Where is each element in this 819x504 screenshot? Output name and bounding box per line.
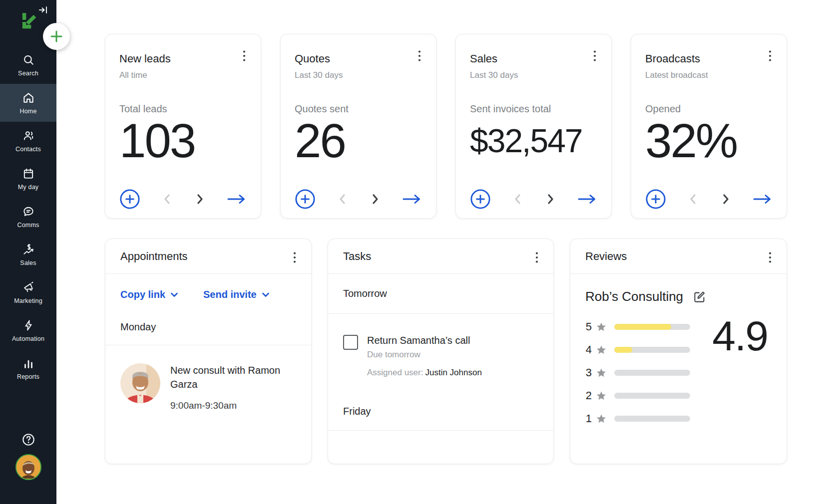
appointment-item[interactable]: New consult with Ramon Garza 9:00am-9:30… bbox=[105, 345, 311, 411]
appointments-day-label: Monday bbox=[105, 300, 311, 345]
megaphone-icon bbox=[22, 281, 35, 294]
kebab-menu-icon[interactable] bbox=[766, 251, 775, 264]
metric-label: Quotes sent bbox=[295, 103, 422, 115]
sidebar-item-my-day[interactable]: My day bbox=[0, 160, 56, 198]
kebab-menu-icon[interactable] bbox=[532, 251, 541, 264]
sidebar-item-label: Comms bbox=[17, 222, 39, 229]
card-subtitle: Last 30 days bbox=[470, 70, 597, 80]
contact-avatar bbox=[120, 363, 160, 403]
star-count-label: 3 bbox=[584, 366, 592, 379]
send-invite-dropdown[interactable]: Send invite bbox=[203, 289, 270, 300]
star-icon bbox=[596, 368, 606, 378]
quick-add-button[interactable] bbox=[43, 23, 70, 50]
appointment-time: 9:00am-9:30am bbox=[170, 400, 290, 411]
add-circle-button[interactable] bbox=[119, 189, 140, 210]
metric-value: $32,547 bbox=[470, 124, 597, 158]
star-icon bbox=[596, 391, 606, 401]
kebab-menu-icon[interactable] bbox=[240, 49, 249, 62]
plus-icon bbox=[49, 29, 63, 43]
add-circle-button[interactable] bbox=[645, 189, 666, 210]
help-icon[interactable] bbox=[21, 432, 36, 447]
user-avatar[interactable] bbox=[15, 454, 41, 480]
kebab-menu-icon[interactable] bbox=[766, 49, 775, 62]
prev-chevron-button[interactable] bbox=[513, 194, 523, 205]
calendar-icon bbox=[22, 167, 35, 180]
sidebar: Search Home Contacts bbox=[0, 0, 56, 504]
sidebar-item-marketing[interactable]: Marketing bbox=[0, 273, 56, 311]
sidebar-item-label: Marketing bbox=[14, 297, 42, 304]
go-to-report-arrow-button[interactable] bbox=[402, 193, 422, 205]
task-section-friday: Friday bbox=[328, 378, 553, 431]
sidebar-item-contacts[interactable]: Contacts bbox=[0, 122, 56, 160]
stat-card-new-leads: New leads All time Total leads 103 bbox=[105, 34, 261, 219]
add-circle-button[interactable] bbox=[295, 189, 316, 210]
star-count-label: 2 bbox=[584, 389, 592, 402]
sidebar-item-label: Reports bbox=[17, 373, 39, 380]
next-chevron-button[interactable] bbox=[721, 194, 731, 205]
appointments-card: Appointments Copy link Send invite bbox=[105, 239, 312, 464]
prev-chevron-button[interactable] bbox=[162, 194, 172, 205]
copy-link-dropdown[interactable]: Copy link bbox=[120, 289, 178, 300]
metric-label: Total leads bbox=[119, 103, 247, 115]
stat-card-sales: Sales Last 30 days Sent invoices total $… bbox=[455, 34, 612, 219]
edit-business-button[interactable] bbox=[693, 290, 707, 303]
next-chevron-button[interactable] bbox=[545, 194, 555, 205]
sidebar-item-label: Contacts bbox=[15, 146, 41, 153]
kebab-menu-icon[interactable] bbox=[415, 49, 424, 62]
next-chevron-button[interactable] bbox=[370, 194, 380, 205]
task-checkbox[interactable] bbox=[343, 335, 358, 350]
next-chevron-button[interactable] bbox=[195, 194, 205, 205]
star-count-label: 1 bbox=[584, 412, 592, 425]
rating-row-2: 2 bbox=[584, 387, 787, 404]
sidebar-item-automation[interactable]: Automation bbox=[0, 311, 56, 349]
metric-value: 103 bbox=[119, 116, 247, 166]
sales-trend-icon bbox=[22, 243, 35, 256]
kebab-menu-icon[interactable] bbox=[290, 251, 299, 264]
card-subtitle: Last 30 days bbox=[295, 70, 422, 80]
business-name: Rob’s Consulting bbox=[585, 289, 683, 304]
sidebar-item-search[interactable]: Search bbox=[0, 46, 56, 84]
send-invite-label: Send invite bbox=[203, 289, 257, 300]
dashboard: New leads All time Total leads 103 bbox=[56, 0, 819, 504]
prev-chevron-button[interactable] bbox=[338, 194, 348, 205]
add-circle-button[interactable] bbox=[470, 189, 491, 210]
widgets-row: Appointments Copy link Send invite bbox=[105, 239, 819, 464]
search-icon bbox=[22, 53, 35, 66]
card-title: Appointments bbox=[120, 250, 188, 263]
task-assigned: Assigned user:Justin Johnson bbox=[367, 368, 482, 378]
task-section-tomorrow: Tomorrow bbox=[328, 274, 553, 314]
sidebar-item-home[interactable]: Home bbox=[0, 84, 56, 122]
card-subtitle: Latest broadcast bbox=[645, 70, 773, 80]
go-to-report-arrow-button[interactable] bbox=[753, 193, 773, 205]
star-icon bbox=[596, 322, 606, 332]
sidebar-item-reports[interactable]: Reports bbox=[0, 349, 56, 387]
stats-row: New leads All time Total leads 103 bbox=[105, 34, 819, 219]
sidebar-item-comms[interactable]: Comms bbox=[0, 198, 56, 236]
kebab-menu-icon[interactable] bbox=[590, 49, 599, 62]
star-count-label: 4 bbox=[584, 343, 592, 356]
metric-label: Opened bbox=[645, 103, 773, 115]
go-to-report-arrow-button[interactable] bbox=[577, 193, 597, 205]
card-title: Broadcasts bbox=[645, 52, 773, 65]
tasks-card: Tasks Tomorrow Return Samantha’s call Du… bbox=[328, 239, 554, 464]
sidebar-item-label: My day bbox=[18, 184, 39, 191]
assigned-user-label: Assigned user: bbox=[367, 368, 423, 377]
star-icon bbox=[596, 414, 606, 424]
card-subtitle: All time bbox=[119, 70, 247, 80]
rating-bar-fill bbox=[614, 324, 671, 330]
prev-chevron-button[interactable] bbox=[688, 194, 698, 205]
sidebar-item-label: Home bbox=[19, 108, 36, 115]
sidebar-item-sales[interactable]: Sales bbox=[0, 236, 56, 273]
card-title: Quotes bbox=[295, 52, 422, 65]
home-icon bbox=[22, 91, 35, 104]
metric-label: Sent invoices total bbox=[470, 103, 597, 115]
appointment-title: New consult with Ramon Garza bbox=[170, 363, 290, 391]
task-title[interactable]: Return Samantha’s call bbox=[367, 335, 482, 346]
go-to-report-arrow-button[interactable] bbox=[227, 193, 247, 205]
card-title: Reviews bbox=[585, 250, 627, 263]
sidebar-nav: Search Home Contacts bbox=[0, 46, 56, 387]
metric-value: 32% bbox=[645, 116, 773, 166]
reviews-card: Reviews Rob’s Consulting bbox=[570, 239, 787, 464]
chevron-down-icon bbox=[262, 292, 270, 298]
copy-link-label: Copy link bbox=[120, 289, 165, 300]
